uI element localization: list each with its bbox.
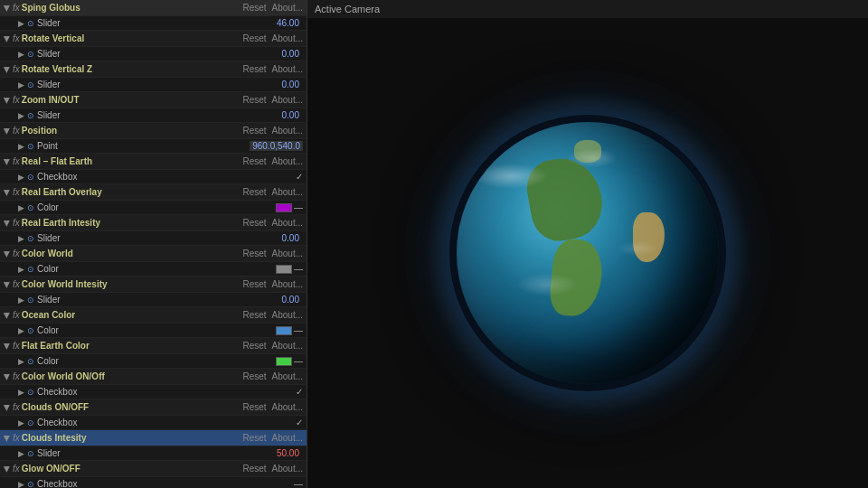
prop-row-real-earth-intesity[interactable]: ▶fxReal Earth IntesityResetAbout...	[0, 215, 307, 231]
about-btn-rotate-vertical-z[interactable]: About...	[272, 64, 303, 74]
prop-row-rotate-vertical-z[interactable]: ▶fxRotate Vertical ZResetAbout...	[0, 61, 307, 78]
prop-row-real-flat-earth[interactable]: ▶fxReal – Flat EarthResetAbout...	[0, 154, 307, 170]
about-btn-position[interactable]: About...	[272, 126, 303, 136]
reset-btn-rotate-vertical[interactable]: Reset	[242, 33, 266, 43]
prop-row-color-world-intesity[interactable]: ▶fxColor World IntesityResetAbout...	[0, 277, 307, 293]
about-btn-real-flat-earth[interactable]: About...	[272, 156, 303, 166]
prop-row-color-world-on-off[interactable]: ▶fxColor World ON/OffResetAbout...	[0, 369, 307, 385]
sub-row-real-earth-overlay-0[interactable]: ▶⊙Color—	[0, 201, 307, 215]
expand-arrow-flat-earth-color[interactable]: ▶	[3, 343, 12, 349]
checkbox-val-real-flat-earth[interactable]: ✓	[296, 172, 303, 182]
expand-arrow-real-earth-intesity[interactable]: ▶	[3, 220, 12, 226]
sub-row-ocean-color-0[interactable]: ▶⊙Color—	[0, 324, 307, 338]
prop-row-zoom-in-out[interactable]: ▶fxZoom IN/OUTResetAbout...	[0, 92, 307, 108]
sub-row-zoom-in-out-0[interactable]: ▶⊙Slider0.00	[0, 108, 307, 123]
prop-row-position[interactable]: ▶fxPositionResetAbout...	[0, 123, 307, 139]
sub-value-zoom-in-out[interactable]: 0.00	[268, 110, 299, 120]
reset-btn-clouds-intesity[interactable]: Reset	[242, 433, 266, 443]
about-btn-rotate-vertical[interactable]: About...	[272, 33, 303, 43]
expand-arrow-color-world-on-off[interactable]: ▶	[3, 373, 12, 380]
sub-row-color-world-intesity-0[interactable]: ▶⊙Slider0.00	[0, 293, 307, 307]
expand-arrow-real-flat-earth[interactable]: ▶	[3, 158, 12, 164]
sub-value-rotate-vertical-z[interactable]: 0.00	[268, 80, 299, 89]
reset-btn-position[interactable]: Reset	[242, 126, 266, 136]
properties-panel[interactable]: ▶fxSping GlobusResetAbout...▶⊙Slider46.0…	[0, 0, 307, 488]
checkbox-val-clouds-on-off[interactable]: ✓	[296, 418, 303, 427]
reset-btn-flat-earth-color[interactable]: Reset	[242, 341, 266, 351]
fx-label-rotate-vertical: fx	[13, 33, 20, 43]
about-btn-clouds-on-off[interactable]: About...	[272, 402, 303, 412]
about-btn-glow-on-off[interactable]: About...	[272, 464, 303, 474]
prop-row-flat-earth-color[interactable]: ▶fxFlat Earth ColorResetAbout...	[0, 338, 307, 354]
sub-row-real-earth-intesity-0[interactable]: ▶⊙Slider0.00	[0, 231, 307, 246]
prop-row-real-earth-overlay[interactable]: ▶fxReal Earth OverlayResetAbout...	[0, 184, 307, 201]
reset-btn-rotate-vertical-z[interactable]: Reset	[242, 64, 266, 74]
expand-arrow-color-world-intesity[interactable]: ▶	[3, 281, 12, 287]
reset-btn-ocean-color[interactable]: Reset	[242, 310, 266, 320]
expand-arrow-glow-on-off[interactable]: ▶	[3, 465, 12, 472]
sub-row-rotate-vertical-z-0[interactable]: ▶⊙Slider0.00	[0, 78, 307, 92]
checkbox-val-glow-on-off[interactable]: —	[294, 479, 303, 488]
sub-value-real-earth-intesity[interactable]: 0.00	[268, 233, 299, 243]
reset-btn-glow-on-off[interactable]: Reset	[242, 464, 266, 474]
color-swatch-color-world[interactable]	[276, 265, 292, 274]
about-btn-zoom-in-out[interactable]: About...	[272, 95, 303, 105]
about-btn-real-earth-intesity[interactable]: About...	[272, 218, 303, 228]
color-swatch-ocean-color[interactable]	[276, 326, 292, 335]
expand-arrow-sping-globus[interactable]: ▶	[3, 5, 12, 11]
expand-arrow-rotate-vertical[interactable]: ▶	[3, 35, 12, 42]
reset-btn-real-earth-overlay[interactable]: Reset	[242, 187, 266, 197]
sub-row-flat-earth-color-0[interactable]: ▶⊙Color—	[0, 354, 307, 369]
reset-btn-zoom-in-out[interactable]: Reset	[242, 95, 266, 105]
prop-row-ocean-color[interactable]: ▶fxOcean ColorResetAbout...	[0, 307, 307, 324]
about-btn-real-earth-overlay[interactable]: About...	[272, 187, 303, 197]
prop-row-glow-on-off[interactable]: ▶fxGlow ON/OFFResetAbout...	[0, 461, 307, 477]
about-btn-ocean-color[interactable]: About...	[272, 310, 303, 320]
sub-value-clouds-intesity[interactable]: 50.00	[268, 448, 299, 458]
about-btn-flat-earth-color[interactable]: About...	[272, 341, 303, 351]
reset-btn-color-world[interactable]: Reset	[242, 249, 266, 258]
expand-arrow-clouds-on-off[interactable]: ▶	[3, 404, 12, 410]
expand-arrow-rotate-vertical-z[interactable]: ▶	[3, 66, 12, 72]
prop-row-clouds-intesity[interactable]: ▶fxClouds IntesityResetAbout...	[0, 430, 307, 446]
sub-row-sping-globus-0[interactable]: ▶⊙Slider46.00	[0, 16, 307, 31]
expand-arrow-real-earth-overlay[interactable]: ▶	[3, 189, 12, 195]
about-btn-color-world-on-off[interactable]: About...	[272, 371, 303, 381]
sub-row-glow-on-off-0[interactable]: ▶⊙Checkbox—	[0, 477, 307, 488]
about-btn-clouds-intesity[interactable]: About...	[272, 433, 303, 443]
prop-row-rotate-vertical[interactable]: ▶fxRotate VerticalResetAbout...	[0, 31, 307, 47]
sub-row-color-world-0[interactable]: ▶⊙Color—	[0, 262, 307, 277]
reset-btn-clouds-on-off[interactable]: Reset	[242, 402, 266, 412]
expand-arrow-position[interactable]: ▶	[3, 127, 12, 134]
reset-btn-color-world-on-off[interactable]: Reset	[242, 371, 266, 381]
prop-row-color-world[interactable]: ▶fxColor WorldResetAbout...	[0, 246, 307, 262]
sub-value-color-world-intesity[interactable]: 0.00	[268, 295, 299, 305]
checkbox-val-color-world-on-off[interactable]: ✓	[296, 387, 303, 397]
expand-arrow-zoom-in-out[interactable]: ▶	[3, 97, 12, 103]
point-val-position[interactable]: 960.0,540.0	[250, 141, 303, 151]
about-btn-color-world[interactable]: About...	[272, 249, 303, 258]
prop-name-ocean-color: Ocean Color	[22, 310, 243, 320]
reset-btn-sping-globus[interactable]: Reset	[242, 3, 266, 13]
expand-arrow-clouds-intesity[interactable]: ▶	[3, 435, 12, 441]
prop-row-clouds-on-off[interactable]: ▶fxClouds ON/OFFResetAbout...	[0, 399, 307, 416]
sub-row-real-flat-earth-0[interactable]: ▶⊙Checkbox✓	[0, 170, 307, 184]
color-swatch-real-earth-overlay[interactable]	[276, 203, 292, 212]
color-swatch-flat-earth-color[interactable]	[276, 357, 292, 366]
reset-btn-color-world-intesity[interactable]: Reset	[242, 279, 266, 289]
reset-btn-real-earth-intesity[interactable]: Reset	[242, 218, 266, 228]
about-btn-sping-globus[interactable]: About...	[272, 3, 303, 13]
sub-row-rotate-vertical-0[interactable]: ▶⊙Slider0.00	[0, 47, 307, 61]
prop-row-sping-globus[interactable]: ▶fxSping GlobusResetAbout...	[0, 0, 307, 16]
expand-arrow-ocean-color[interactable]: ▶	[3, 312, 12, 318]
sub-value-rotate-vertical[interactable]: 0.00	[268, 49, 299, 59]
sub-value-sping-globus[interactable]: 46.00	[268, 18, 299, 28]
about-btn-color-world-intesity[interactable]: About...	[272, 279, 303, 289]
sub-row-clouds-on-off-0[interactable]: ▶⊙Checkbox✓	[0, 416, 307, 430]
fx-label-clouds-on-off: fx	[13, 402, 20, 412]
expand-arrow-color-world[interactable]: ▶	[3, 250, 12, 257]
reset-btn-real-flat-earth[interactable]: Reset	[242, 156, 266, 166]
sub-row-color-world-on-off-0[interactable]: ▶⊙Checkbox✓	[0, 385, 307, 399]
sub-row-position-0[interactable]: ▶⊙Point960.0,540.0	[0, 139, 307, 154]
sub-row-clouds-intesity-0[interactable]: ▶⊙Slider50.00	[0, 446, 307, 461]
